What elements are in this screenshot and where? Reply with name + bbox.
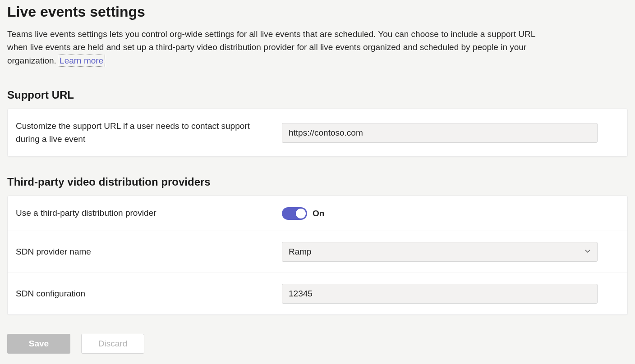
support-url-label: Customize the support URL if a user need… xyxy=(16,120,282,146)
use-provider-state: On xyxy=(313,209,324,218)
providers-section-title: Third-party video distribution providers xyxy=(7,176,628,188)
sdn-provider-select[interactable]: Ramp xyxy=(282,242,598,262)
sdn-name-label: SDN provider name xyxy=(16,246,282,259)
providers-card: Use a third-party distribution provider … xyxy=(7,196,628,315)
learn-more-link[interactable]: Learn more xyxy=(59,55,104,66)
sdn-name-row: SDN provider name Ramp xyxy=(8,231,627,273)
use-provider-row: Use a third-party distribution provider … xyxy=(8,196,627,231)
support-url-input[interactable] xyxy=(282,123,598,143)
sdn-config-row: SDN configuration xyxy=(8,273,627,314)
save-button[interactable]: Save xyxy=(7,334,70,354)
page-title: Live events settings xyxy=(7,4,628,20)
toggle-knob xyxy=(296,209,306,218)
sdn-provider-value: Ramp xyxy=(289,247,312,257)
support-url-section-title: Support URL xyxy=(7,89,628,101)
support-url-card: Customize the support URL if a user need… xyxy=(7,109,628,157)
use-provider-toggle[interactable] xyxy=(282,207,307,220)
button-bar: Save Discard xyxy=(7,334,628,354)
page-description: Teams live events settings lets you cont… xyxy=(7,27,548,67)
support-url-row: Customize the support URL if a user need… xyxy=(8,109,627,156)
sdn-config-label: SDN configuration xyxy=(16,287,282,300)
sdn-config-input[interactable] xyxy=(282,284,598,304)
use-provider-label: Use a third-party distribution provider xyxy=(16,207,282,220)
discard-button[interactable]: Discard xyxy=(81,334,144,354)
